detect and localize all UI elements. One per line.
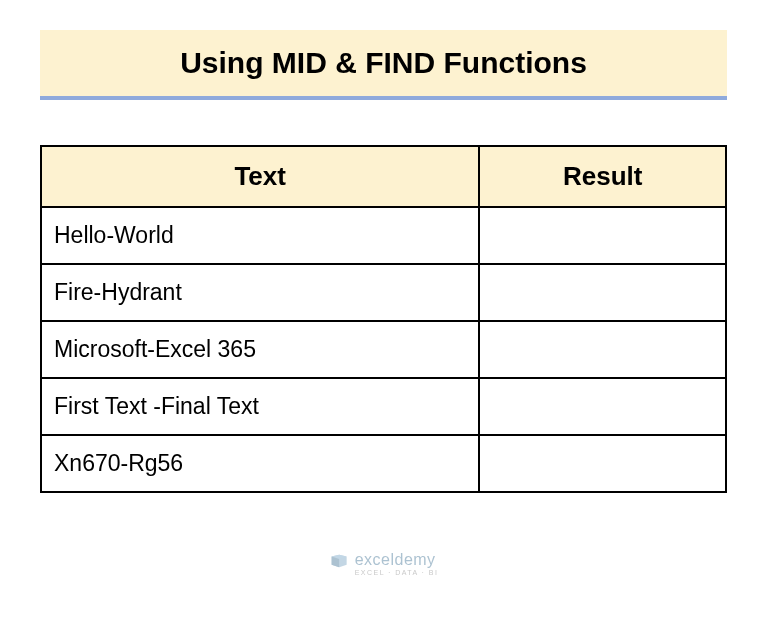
cell-text: Fire-Hydrant [41,264,479,321]
cell-text: First Text -Final Text [41,378,479,435]
cell-result [479,321,726,378]
watermark-text: exceldemy EXCEL · DATA · BI [355,552,439,576]
cell-result [479,264,726,321]
cell-text: Hello-World [41,207,479,264]
header-result: Result [479,146,726,207]
watermark: exceldemy EXCEL · DATA · BI [329,552,439,576]
document-container: Using MID & FIND Functions Text Result H… [0,0,767,523]
table-row: Hello-World [41,207,726,264]
cell-result [479,378,726,435]
cell-text: Microsoft-Excel 365 [41,321,479,378]
watermark-tagline: EXCEL · DATA · BI [355,569,439,576]
watermark-brand: exceldemy [355,552,439,568]
title-banner: Using MID & FIND Functions [40,30,727,100]
table-row: First Text -Final Text [41,378,726,435]
cell-text: Xn670-Rg56 [41,435,479,492]
logo-icon [329,554,349,574]
table-row: Microsoft-Excel 365 [41,321,726,378]
table-row: Fire-Hydrant [41,264,726,321]
cell-result [479,435,726,492]
header-text: Text [41,146,479,207]
table-header-row: Text Result [41,146,726,207]
data-table: Text Result Hello-World Fire-Hydrant Mic… [40,145,727,493]
cell-result [479,207,726,264]
page-title: Using MID & FIND Functions [40,46,727,80]
table-row: Xn670-Rg56 [41,435,726,492]
